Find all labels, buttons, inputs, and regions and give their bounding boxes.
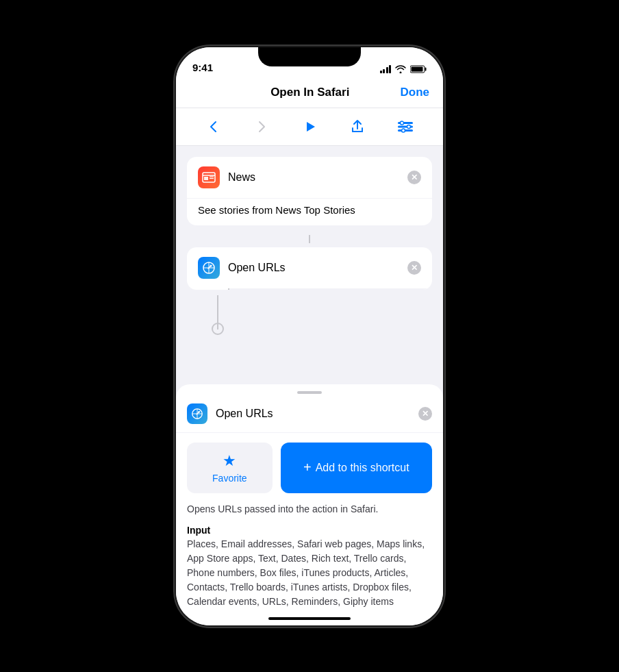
add-to-shortcut-button[interactable]: + Add to this shortcut bbox=[281, 443, 432, 493]
open-urls-close-button[interactable]: ✕ bbox=[407, 261, 421, 275]
open-urls-action-header: Open URLs ✕ bbox=[187, 247, 432, 288]
bottom-panel-header: Open URLs ✕ bbox=[176, 403, 443, 433]
bottom-safari-icon bbox=[187, 403, 207, 424]
share-button[interactable] bbox=[346, 115, 369, 138]
svg-rect-11 bbox=[204, 177, 208, 180]
notch bbox=[258, 47, 361, 66]
nav-title: Open In Safari bbox=[270, 86, 349, 99]
open-urls-action-card: Open URLs ✕ bbox=[187, 247, 432, 290]
main-content: News ✕ See stories from News Top Stories bbox=[176, 146, 443, 364]
phone-frame: 9:41 Open In Safari D bbox=[176, 47, 443, 625]
settings-button[interactable] bbox=[394, 115, 417, 138]
status-time: 9:41 bbox=[192, 62, 213, 73]
back-button[interactable] bbox=[202, 115, 225, 138]
done-button[interactable]: Done bbox=[401, 86, 430, 99]
bottom-panel: Open URLs ✕ ★ Favorite + Add to this sho… bbox=[176, 384, 443, 625]
action-description: Opens URLs passed into the action in Saf… bbox=[176, 503, 443, 525]
input-section: Input Places, Email addresses, Safari we… bbox=[176, 525, 443, 609]
forward-button[interactable] bbox=[250, 115, 273, 138]
svg-point-8 bbox=[402, 129, 405, 132]
home-indicator bbox=[268, 617, 351, 620]
drop-zone bbox=[187, 295, 432, 364]
news-action-header: News ✕ bbox=[187, 157, 432, 198]
connector-divider bbox=[187, 231, 432, 247]
favorite-button[interactable]: ★ Favorite bbox=[187, 443, 273, 493]
star-icon: ★ bbox=[223, 452, 236, 470]
input-value: Places, Email addresses, Safari web page… bbox=[187, 537, 432, 609]
favorite-label: Favorite bbox=[212, 473, 247, 484]
bottom-panel-title: Open URLs bbox=[216, 408, 418, 420]
svg-rect-2 bbox=[412, 66, 423, 71]
news-action-description: See stories from News Top Stories bbox=[187, 198, 432, 225]
drag-indicator bbox=[297, 391, 322, 394]
news-close-button[interactable]: ✕ bbox=[407, 171, 421, 184]
svg-point-17 bbox=[210, 264, 212, 266]
add-label: Add to this shortcut bbox=[316, 462, 409, 474]
signal-icon bbox=[380, 65, 392, 73]
news-action-title: News bbox=[228, 171, 407, 184]
svg-point-7 bbox=[407, 125, 411, 128]
svg-point-21 bbox=[198, 411, 200, 413]
svg-rect-1 bbox=[425, 67, 427, 71]
nav-bar: Open In Safari Done bbox=[176, 77, 443, 108]
battery-icon bbox=[410, 65, 427, 73]
svg-point-6 bbox=[401, 121, 404, 125]
status-icons bbox=[380, 65, 427, 73]
action-buttons: ★ Favorite + Add to this shortcut bbox=[176, 433, 443, 503]
wifi-icon bbox=[395, 65, 406, 73]
safari-app-icon bbox=[198, 257, 220, 279]
play-button[interactable] bbox=[298, 115, 321, 138]
bottom-close-button[interactable]: ✕ bbox=[418, 407, 432, 421]
input-label: Input bbox=[187, 525, 432, 536]
open-urls-action-title: Open URLs bbox=[228, 262, 407, 274]
news-action-card: News ✕ See stories from News Top Stories bbox=[187, 157, 432, 225]
news-app-icon bbox=[198, 166, 220, 188]
toolbar bbox=[176, 108, 443, 146]
plus-icon: + bbox=[303, 460, 312, 475]
